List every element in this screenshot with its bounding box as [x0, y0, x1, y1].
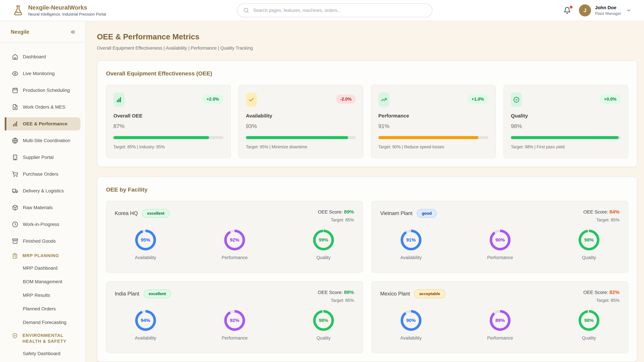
metric-card-quality: +0.0% Quality 98% Target: 98% | First pa…	[504, 85, 628, 158]
ring-quality: 98% Quality	[578, 310, 600, 341]
donut-ring: 98%	[578, 230, 600, 250]
sidebar-item-multi-site[interactable]: Multi-Site Coordination	[5, 134, 80, 147]
sidebar-item-label: Multi-Site Coordination	[23, 138, 70, 143]
ring-value: 90%	[406, 318, 416, 323]
donut-ring: 95%	[135, 230, 156, 250]
oee-target: Target: 85%	[318, 217, 354, 223]
sidebar-item-oee-performance[interactable]: OEE & Performance	[5, 117, 80, 130]
bar-chart-icon	[113, 92, 124, 107]
global-search[interactable]	[237, 3, 432, 17]
progress-fill	[511, 136, 619, 139]
check-icon	[246, 92, 257, 107]
oee-panel: Overall Equipment Effectiveness (OEE) +2…	[97, 60, 637, 167]
sidebar-item-delivery-logistics[interactable]: Delivery & Logistics	[5, 184, 80, 197]
sidebar-collapse-button[interactable]	[70, 29, 76, 35]
metric-value: 87%	[113, 123, 224, 129]
sidebar-item-mrp-dashboard[interactable]: MRP Dashboard	[5, 263, 80, 273]
section-label: ENVIRONMENTAL HEALTH & SAFETY	[22, 333, 73, 344]
metric-card-overall-oee: +2.0% Overall OEE 87% Target: 85% | Indu…	[106, 85, 231, 158]
sidebar-item-label: OEE & Performance	[23, 121, 68, 126]
facility-name: Mexico Plant	[380, 291, 410, 297]
facility-panel: OEE by Facility Korea HQ excellent OEE S…	[97, 177, 637, 362]
sidebar-item-work-orders[interactable]: Work Orders & MES	[5, 100, 80, 114]
oee-score-label: OEE Score:	[583, 290, 608, 295]
sidebar-item-mrp-results[interactable]: MRP Results	[5, 290, 80, 300]
sidebar-item-demand-forecasting[interactable]: Demand Forecasting	[5, 318, 80, 328]
bar-chart-icon	[12, 121, 18, 127]
metric-footer: Target: 90% | Reduce speed losses	[378, 144, 488, 149]
sidebar-item-production-scheduling[interactable]: Production Scheduling	[5, 84, 80, 97]
metric-card-performance: +1.0% Performance 91% Target: 90% | Redu…	[371, 85, 496, 158]
oee-panel-title: Overall Equipment Effectiveness (OEE)	[106, 70, 628, 77]
trending-up-icon	[378, 92, 390, 107]
ring-value: 98%	[584, 318, 594, 323]
oee-score-value: 88%	[344, 290, 354, 295]
clipboard-list-icon	[12, 253, 18, 259]
sidebar-item-purchase-orders[interactable]: Purchase Orders	[5, 168, 80, 181]
delta-badge: +1.0%	[467, 94, 488, 104]
progress-bar	[246, 136, 356, 139]
metric-value: 93%	[246, 123, 356, 129]
sidebar-title: Nexgile	[11, 29, 29, 35]
sidebar-item-safety-dashboard[interactable]: Safety Dashboard	[5, 349, 80, 359]
user-menu[interactable]: J John Doe Plant Manager	[579, 4, 631, 16]
donut-ring: 92%	[224, 230, 245, 250]
oee-score: OEE Score: 88%	[318, 290, 354, 295]
ring-value: 90%	[496, 237, 505, 243]
ring-value: 92%	[230, 318, 239, 323]
sidebar-item-live-monitoring[interactable]: Live Monitoring	[5, 67, 80, 80]
search-input[interactable]	[253, 8, 426, 13]
sidebar-sub-label: Planned Orders	[23, 306, 56, 312]
donut-ring: 89%	[490, 310, 510, 331]
metric-card-availability: -2.0% Availability 93% Target: 95% | Min…	[238, 85, 363, 158]
ring-value: 89%	[496, 318, 505, 323]
sidebar-item-label: Supplier Portal	[23, 155, 54, 160]
top-right-cluster: J John Doe Plant Manager	[564, 4, 631, 16]
ring-quality: 99% Quality	[313, 230, 334, 260]
sidebar: Nexgile Dashboard Live Monitoring Produc…	[0, 21, 86, 362]
sidebar-sub-label: Demand Forecasting	[23, 320, 66, 325]
delta-badge: +0.0%	[600, 94, 621, 104]
ring-label: Quality	[582, 336, 596, 341]
metric-name: Performance	[378, 113, 488, 119]
brand-text: Nexgile-NeuralWorks Neural Intelligence.…	[28, 4, 106, 16]
ring-label: Quality	[582, 255, 596, 260]
sidebar-item-work-in-progress[interactable]: Work-in-Progress	[5, 218, 80, 231]
user-text: John Doe Plant Manager	[595, 5, 621, 16]
sidebar-item-dashboard[interactable]: Dashboard	[5, 50, 80, 63]
oee-score-label: OEE Score:	[583, 209, 608, 215]
sidebar-item-label: Work-in-Progress	[23, 222, 59, 227]
brand-title: Nexgile-NeuralWorks	[28, 4, 106, 11]
flask-logo-icon	[13, 5, 24, 16]
oee-score: OEE Score: 84%	[583, 209, 620, 215]
ring-availability: 90% Availability	[400, 310, 422, 341]
status-badge: acceptable	[414, 290, 445, 298]
oee-score-label: OEE Score:	[318, 209, 343, 215]
search-icon	[243, 7, 249, 13]
circle-check-icon	[511, 92, 522, 107]
ring-label: Performance	[222, 255, 248, 260]
sidebar-item-supplier-portal[interactable]: Supplier Portal	[5, 151, 80, 164]
sidebar-item-planned-orders[interactable]: Planned Orders	[5, 304, 80, 314]
oee-score-value: 89%	[344, 209, 354, 215]
metric-name: Overall OEE	[113, 113, 224, 119]
sidebar-item-raw-materials[interactable]: Raw Materials	[5, 201, 80, 214]
facility-panel-title: OEE by Facility	[106, 186, 628, 193]
sidebar-item-finished-goods[interactable]: Finished Goods	[5, 235, 80, 248]
metric-name: Quality	[511, 113, 621, 119]
progress-fill	[378, 136, 478, 139]
donut-ring: 90%	[401, 310, 422, 331]
status-badge: good	[417, 209, 437, 218]
shield-check-icon	[12, 333, 18, 339]
facility-card-vietnam-plant: Vietnam Plant good OEE Score: 84% Target…	[372, 201, 628, 273]
facility-card-india-plant: India Plant excellent OEE Score: 88% Tar…	[106, 281, 363, 353]
oee-score-label: OEE Score:	[318, 290, 343, 295]
donut-ring: 94%	[135, 310, 156, 331]
oee-score-value: 82%	[610, 290, 620, 295]
sidebar-item-bom-management[interactable]: BOM Management	[5, 277, 80, 287]
progress-fill	[113, 136, 209, 139]
facility-grid: Korea HQ excellent OEE Score: 89% Target…	[106, 201, 628, 353]
eye-icon	[12, 70, 18, 77]
notifications-button[interactable]	[564, 7, 571, 14]
ring-label: Quality	[316, 255, 330, 260]
